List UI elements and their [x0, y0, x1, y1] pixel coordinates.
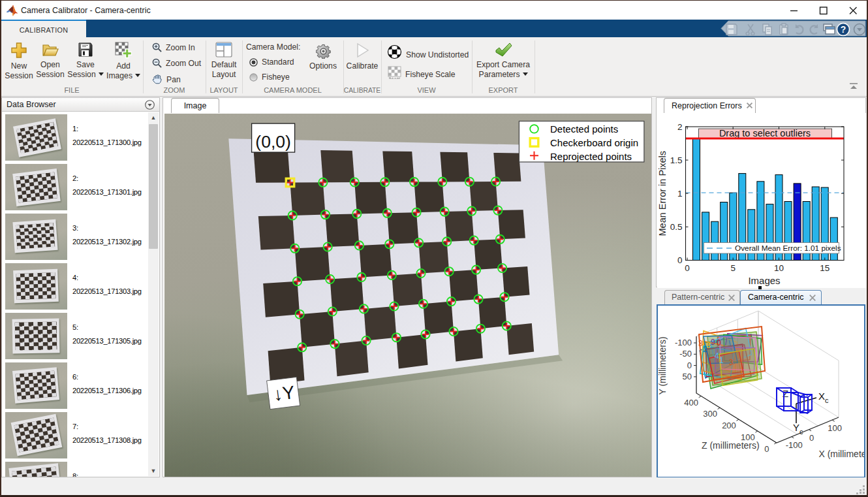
- svg-text:200: 200: [722, 421, 736, 430]
- svg-text:300: 300: [703, 409, 717, 419]
- svg-text:-50: -50: [679, 349, 692, 359]
- svg-text:0: 0: [809, 433, 814, 443]
- svg-text:0: 0: [687, 361, 692, 370]
- svg-text:Reprojected points: Reprojected points: [550, 151, 632, 162]
- svg-text:Checkerboard origin: Checkerboard origin: [550, 137, 638, 148]
- svg-text:1.5: 1.5: [670, 155, 683, 165]
- svg-text:(0,0): (0,0): [255, 132, 291, 152]
- svg-text:-100: -100: [675, 338, 692, 347]
- svg-text:X (millimete: X (millimete: [818, 449, 864, 459]
- svg-text:X: X: [818, 391, 825, 402]
- svg-text:8: 8: [706, 341, 711, 350]
- svg-text:c: c: [825, 396, 829, 404]
- svg-text:100: 100: [828, 423, 842, 433]
- svg-text:400: 400: [684, 398, 698, 408]
- svg-text:Drag to select outliers: Drag to select outliers: [719, 128, 811, 138]
- svg-text:1: 1: [677, 189, 683, 199]
- svg-text:10: 10: [774, 263, 784, 273]
- svg-text:15: 15: [820, 263, 829, 273]
- svg-text:1: 1: [719, 356, 724, 365]
- svg-text:9: 9: [711, 338, 715, 347]
- svg-text:0: 0: [764, 444, 769, 454]
- svg-text:50: 50: [683, 372, 692, 381]
- svg-text:↓Y: ↓Y: [272, 382, 296, 405]
- svg-text:5: 5: [730, 263, 736, 273]
- svg-text:Y: Y: [793, 422, 799, 433]
- svg-text:0.5: 0.5: [670, 222, 683, 232]
- svg-text:c: c: [799, 428, 803, 436]
- svg-text:0: 0: [685, 263, 690, 273]
- svg-text:0: 0: [677, 255, 683, 265]
- svg-text:Overall Mean Error: 1.01 pixel: Overall Mean Error: 1.01 pixels: [735, 244, 841, 253]
- svg-text:0: 0: [717, 338, 721, 347]
- svg-text:?: ?: [841, 24, 846, 35]
- svg-text:2: 2: [677, 122, 683, 132]
- svg-text:4: 4: [715, 351, 719, 361]
- svg-text:Detected points: Detected points: [550, 123, 618, 135]
- svg-text:-100: -100: [786, 440, 803, 450]
- svg-text:Images: Images: [748, 275, 780, 286]
- svg-text:Y (millimeters): Y (millimeters): [658, 336, 668, 394]
- svg-text:Mean Error in Pixels: Mean Error in Pixels: [657, 151, 668, 236]
- svg-text:Z (millimeters): Z (millimeters): [702, 440, 760, 451]
- svg-text:3: 3: [698, 339, 703, 348]
- svg-text:3: 3: [729, 358, 734, 367]
